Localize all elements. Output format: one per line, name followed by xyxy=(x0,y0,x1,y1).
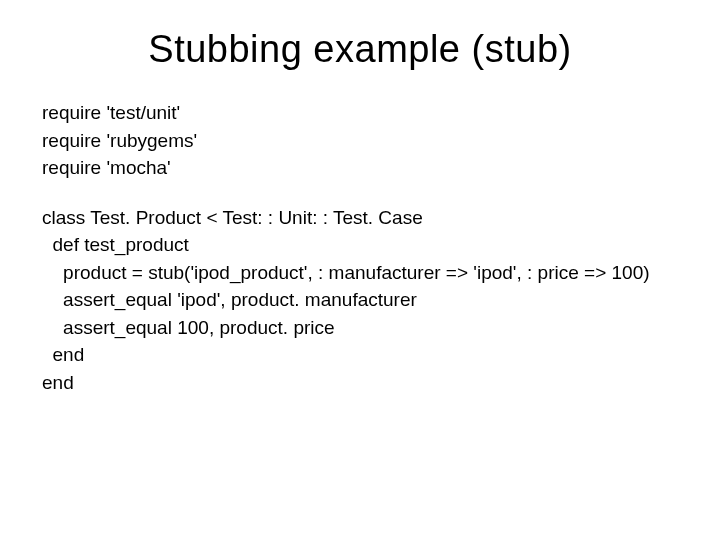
requires-block: require 'test/unit' require 'rubygems' r… xyxy=(42,99,678,182)
code-line: class Test. Product < Test: : Unit: : Te… xyxy=(42,204,678,232)
code-line: end xyxy=(42,341,678,369)
require-line: require 'mocha' xyxy=(42,154,678,182)
code-line: end xyxy=(42,369,678,397)
code-line: assert_equal 'ipod', product. manufactur… xyxy=(42,286,678,314)
slide-content: require 'test/unit' require 'rubygems' r… xyxy=(0,99,720,396)
slide-container: Stubbing example (stub) require 'test/un… xyxy=(0,0,720,540)
code-line: def test_product xyxy=(42,231,678,259)
code-line: assert_equal 100, product. price xyxy=(42,314,678,342)
require-line: require 'test/unit' xyxy=(42,99,678,127)
code-line: product = stub('ipod_product', : manufac… xyxy=(42,259,678,287)
require-line: require 'rubygems' xyxy=(42,127,678,155)
class-block: class Test. Product < Test: : Unit: : Te… xyxy=(42,204,678,397)
slide-title: Stubbing example (stub) xyxy=(0,0,720,99)
